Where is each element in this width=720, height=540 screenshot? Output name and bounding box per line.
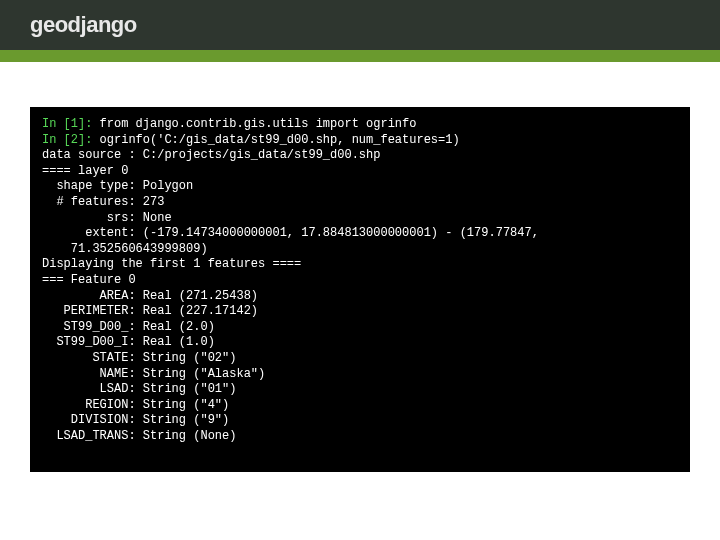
header-bar: geodjango: [0, 0, 720, 62]
output-line: PERIMETER: Real (227.17142): [42, 304, 258, 318]
command-1: from django.contrib.gis.utils import ogr…: [100, 117, 417, 131]
output-line: DIVISION: String ("9"): [42, 413, 229, 427]
output-line: LSAD_TRANS: String (None): [42, 429, 236, 443]
output-line: data source : C:/projects/gis_data/st99_…: [42, 148, 380, 162]
terminal-output: In [1]: from django.contrib.gis.utils im…: [30, 107, 690, 472]
output-line: Displaying the first 1 features ====: [42, 257, 301, 271]
output-line: srs: None: [42, 211, 172, 225]
command-2: ogrinfo('C:/gis_data/st99_d00.shp, num_f…: [100, 133, 460, 147]
output-line: AREA: Real (271.25438): [42, 289, 258, 303]
prompt-1: In [1]:: [42, 117, 100, 131]
prompt-2: In [2]:: [42, 133, 100, 147]
output-line: shape type: Polygon: [42, 179, 193, 193]
output-line: ==== layer 0: [42, 164, 128, 178]
output-line: ST99_D00_: Real (2.0): [42, 320, 215, 334]
output-line: REGION: String ("4"): [42, 398, 229, 412]
output-line: extent: (-179.14734000000001, 17.8848130…: [42, 226, 539, 240]
output-line: LSAD: String ("01"): [42, 382, 236, 396]
output-line: NAME: String ("Alaska"): [42, 367, 265, 381]
output-line: ST99_D00_I: Real (1.0): [42, 335, 215, 349]
output-line: # features: 273: [42, 195, 164, 209]
logo-text: geodjango: [30, 12, 137, 38]
output-line: 71.352560643999809): [42, 242, 208, 256]
output-line: === Feature 0: [42, 273, 136, 287]
output-line: STATE: String ("02"): [42, 351, 236, 365]
